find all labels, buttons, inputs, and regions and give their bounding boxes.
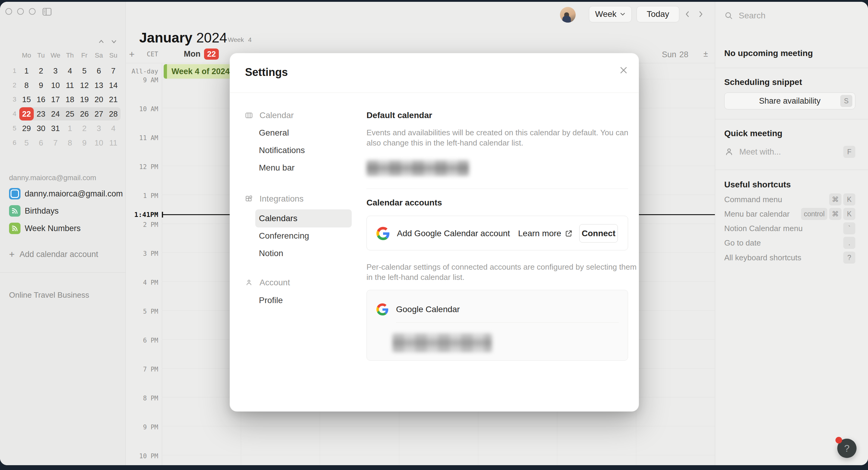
rs-divider-2 bbox=[715, 119, 868, 119]
key-control: control bbox=[801, 208, 827, 220]
settings-nav-menu-bar[interactable]: Menu bar bbox=[259, 163, 294, 173]
mini-day-14[interactable]: 14 bbox=[106, 79, 121, 92]
mini-day-20[interactable]: 20 bbox=[92, 93, 106, 106]
mini-day-25[interactable]: 25 bbox=[63, 107, 77, 121]
prev-week-button[interactable] bbox=[683, 10, 692, 19]
chevron-down-icon bbox=[620, 12, 626, 16]
mini-day-24[interactable]: 24 bbox=[48, 107, 63, 121]
search-input[interactable]: Search bbox=[724, 11, 766, 21]
allday-event-title: Week 4 of 2024 bbox=[172, 64, 230, 79]
mini-day-27[interactable]: 27 bbox=[92, 107, 106, 121]
mini-day-31[interactable]: 31 bbox=[48, 122, 63, 135]
mini-day-21[interactable]: 21 bbox=[106, 93, 121, 106]
settings-nav-conferencing[interactable]: Conferencing bbox=[259, 231, 309, 241]
mini-day-2[interactable]: 2 bbox=[34, 64, 48, 77]
shortcut-label: Notion Calendar menu bbox=[724, 224, 803, 233]
mini-day-18[interactable]: 18 bbox=[63, 93, 77, 106]
notification-dot bbox=[835, 437, 842, 443]
mini-day-10[interactable]: 10 bbox=[92, 136, 106, 150]
minical-days: 567891011 bbox=[19, 136, 121, 150]
mini-day-28[interactable]: 28 bbox=[106, 107, 121, 121]
hour-line bbox=[162, 426, 715, 426]
mini-day-16[interactable]: 16 bbox=[34, 93, 48, 106]
close-icon[interactable] bbox=[618, 65, 629, 75]
mini-day-5[interactable]: 5 bbox=[77, 64, 92, 77]
mini-day-9[interactable]: 9 bbox=[34, 79, 48, 92]
mini-day-10[interactable]: 10 bbox=[48, 79, 63, 92]
mini-day-6[interactable]: 6 bbox=[92, 64, 106, 77]
settings-nav-notifications[interactable]: Notifications bbox=[259, 146, 305, 155]
calendar-list-item[interactable]: Week Numbers bbox=[9, 222, 81, 235]
calendar-list-item[interactable]: Birthdays bbox=[9, 204, 59, 218]
timezone-label[interactable]: CET bbox=[126, 51, 158, 58]
calendar-list-item[interactable]: danny.maiorca@gmail.com bbox=[9, 187, 123, 200]
shortcut-row: Menu bar calendarcontrol⌘K bbox=[724, 207, 855, 221]
meet-with-input[interactable]: Meet with... F bbox=[724, 145, 855, 159]
mini-day-3[interactable]: 3 bbox=[92, 122, 106, 135]
window-close-button[interactable] bbox=[5, 8, 12, 15]
mini-day-22[interactable]: 22 bbox=[19, 107, 34, 121]
mini-day-4[interactable]: 4 bbox=[63, 64, 77, 77]
add-calendar-account-button[interactable]: + Add calendar account bbox=[9, 249, 98, 259]
mini-day-19[interactable]: 19 bbox=[77, 93, 92, 106]
plus-icon: + bbox=[9, 249, 15, 259]
google-icon bbox=[376, 303, 389, 315]
sidebar-toggle-icon[interactable] bbox=[42, 8, 52, 15]
minical-day-header: Su bbox=[106, 51, 121, 60]
mini-day-29[interactable]: 29 bbox=[19, 122, 34, 135]
mini-day-1[interactable]: 1 bbox=[63, 122, 77, 135]
key-K: K bbox=[843, 208, 855, 220]
minical-next-button[interactable] bbox=[110, 37, 118, 46]
learn-more-link[interactable]: Learn more bbox=[518, 216, 572, 251]
hour-label: 6 PM bbox=[126, 337, 158, 344]
mini-day-8[interactable]: 8 bbox=[63, 136, 77, 150]
minical-days: 22232425262728 bbox=[19, 107, 121, 121]
mini-day-30[interactable]: 30 bbox=[34, 122, 48, 135]
mini-day-3[interactable]: 3 bbox=[48, 64, 63, 77]
mini-day-5[interactable]: 5 bbox=[19, 136, 34, 150]
current-time-label: 1:41PM bbox=[126, 211, 158, 218]
mini-day-23[interactable]: 23 bbox=[34, 107, 48, 121]
today-button[interactable]: Today bbox=[637, 6, 679, 22]
hour-label: 3 PM bbox=[126, 250, 158, 257]
window-minimize-button[interactable] bbox=[17, 8, 24, 15]
mini-day-4[interactable]: 4 bbox=[106, 122, 121, 135]
minical-prev-button[interactable] bbox=[97, 37, 105, 46]
mini-day-17[interactable]: 17 bbox=[48, 93, 63, 106]
expand-allday-icon[interactable]: ± bbox=[704, 50, 708, 59]
mini-day-2[interactable]: 2 bbox=[77, 122, 92, 135]
account-email-redacted bbox=[393, 334, 492, 352]
mini-day-15[interactable]: 15 bbox=[19, 93, 34, 106]
shortcut-keys: ` bbox=[843, 222, 855, 234]
shortcut-row: Go to date. bbox=[724, 236, 855, 250]
default-calendar-selector-redacted[interactable] bbox=[367, 160, 469, 176]
mini-day-7[interactable]: 7 bbox=[106, 64, 121, 77]
mini-day-13[interactable]: 13 bbox=[92, 79, 106, 92]
user-avatar[interactable] bbox=[560, 7, 576, 23]
mini-day-12[interactable]: 12 bbox=[77, 79, 92, 92]
help-button[interactable]: ? bbox=[837, 439, 857, 458]
view-selector-button[interactable]: Week bbox=[589, 6, 632, 22]
mini-day-7[interactable]: 7 bbox=[48, 136, 63, 150]
chevron-left-icon bbox=[683, 10, 692, 19]
mini-day-1[interactable]: 1 bbox=[19, 64, 34, 77]
share-availability-button[interactable]: Share availability S bbox=[724, 93, 855, 109]
nav-section-calendar: Calendar bbox=[245, 111, 294, 120]
mini-day-6[interactable]: 6 bbox=[34, 136, 48, 150]
settings-nav-general[interactable]: General bbox=[259, 128, 289, 138]
year-label: 2024 bbox=[196, 30, 227, 45]
next-week-button[interactable] bbox=[696, 10, 705, 19]
settings-nav-notion[interactable]: Notion bbox=[259, 249, 283, 258]
mini-day-26[interactable]: 26 bbox=[77, 107, 92, 121]
window-zoom-button[interactable] bbox=[29, 8, 36, 15]
mini-day-11[interactable]: 11 bbox=[106, 136, 121, 150]
mini-day-9[interactable]: 9 bbox=[77, 136, 92, 150]
connect-button[interactable]: Connect bbox=[579, 224, 618, 243]
minical-week-number: 6 bbox=[8, 136, 21, 150]
mini-day-11[interactable]: 11 bbox=[63, 79, 77, 92]
workspace-label[interactable]: Online Travel Business bbox=[9, 290, 89, 300]
mini-day-8[interactable]: 8 bbox=[19, 79, 34, 92]
settings-nav-calendars[interactable]: Calendars bbox=[259, 214, 298, 223]
settings-nav-profile[interactable]: Profile bbox=[259, 295, 283, 305]
allday-event-week4[interactable]: Week 4 of 2024 bbox=[164, 64, 240, 79]
